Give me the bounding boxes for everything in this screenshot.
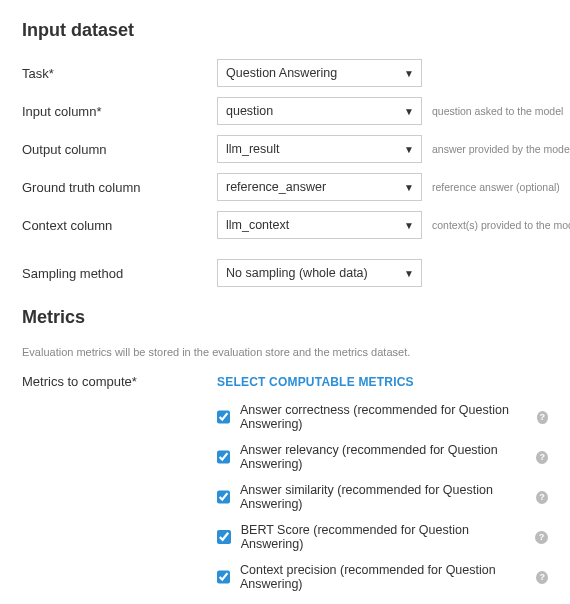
help-icon[interactable]: ?: [536, 451, 548, 464]
metrics-label: Metrics to compute*: [22, 374, 217, 389]
output-column-select[interactable]: llm_result: [217, 135, 422, 163]
context-column-label: Context column: [22, 218, 217, 233]
metric-checkbox[interactable]: [217, 570, 230, 584]
metric-item: Context precision (recommended for Quest…: [217, 563, 548, 591]
task-label: Task*: [22, 66, 217, 81]
sampling-row: Sampling method No sampling (whole data)…: [22, 259, 548, 287]
metrics-subtitle: Evaluation metrics will be stored in the…: [22, 346, 548, 358]
metrics-row: Metrics to compute* SELECT COMPUTABLE ME…: [22, 374, 548, 604]
ground-truth-hint: reference answer (optional): [432, 181, 560, 193]
metric-label: Context precision (recommended for Quest…: [240, 563, 530, 591]
metric-item: Answer correctness (recommended for Ques…: [217, 403, 548, 431]
sampling-label: Sampling method: [22, 266, 217, 281]
output-column-label: Output column: [22, 142, 217, 157]
task-select-wrap: Question Answering ▼: [217, 59, 422, 87]
metric-label: BERT Score (recommended for Question Ans…: [241, 523, 529, 551]
context-column-select-wrap: llm_context ▼: [217, 211, 422, 239]
ground-truth-label: Ground truth column: [22, 180, 217, 195]
context-column-select[interactable]: llm_context: [217, 211, 422, 239]
input-column-row: Input column* question ▼ question asked …: [22, 97, 548, 125]
input-column-select-wrap: question ▼: [217, 97, 422, 125]
context-column-row: Context column llm_context ▼ context(s) …: [22, 211, 548, 239]
ground-truth-row: Ground truth column reference_answer ▼ r…: [22, 173, 548, 201]
metric-item: Answer similarity (recommended for Quest…: [217, 483, 548, 511]
input-column-select[interactable]: question: [217, 97, 422, 125]
metric-label: Answer similarity (recommended for Quest…: [240, 483, 530, 511]
metrics-column: SELECT COMPUTABLE METRICS Answer correct…: [217, 374, 548, 604]
task-select[interactable]: Question Answering: [217, 59, 422, 87]
output-column-select-wrap: llm_result ▼: [217, 135, 422, 163]
metric-label: Answer correctness (recommended for Ques…: [240, 403, 531, 431]
input-dataset-title: Input dataset: [22, 20, 548, 41]
help-icon[interactable]: ?: [536, 491, 548, 504]
select-computable-metrics-link[interactable]: SELECT COMPUTABLE METRICS: [217, 375, 414, 389]
sampling-select-wrap: No sampling (whole data) ▼: [217, 259, 422, 287]
metric-checkbox[interactable]: [217, 410, 230, 424]
help-icon[interactable]: ?: [535, 531, 548, 544]
metric-checkbox[interactable]: [217, 530, 231, 544]
input-column-label: Input column*: [22, 104, 217, 119]
metric-checkbox[interactable]: [217, 490, 230, 504]
ground-truth-select[interactable]: reference_answer: [217, 173, 422, 201]
ground-truth-select-wrap: reference_answer ▼: [217, 173, 422, 201]
sampling-select[interactable]: No sampling (whole data): [217, 259, 422, 287]
metrics-list: Answer correctness (recommended for Ques…: [217, 403, 548, 604]
metric-label: Answer relevancy (recommended for Questi…: [240, 443, 530, 471]
metric-item: BERT Score (recommended for Question Ans…: [217, 523, 548, 551]
help-icon[interactable]: ?: [536, 571, 548, 584]
metric-item: Answer relevancy (recommended for Questi…: [217, 443, 548, 471]
help-icon[interactable]: ?: [537, 411, 548, 424]
output-column-row: Output column llm_result ▼ answer provid…: [22, 135, 548, 163]
output-column-hint: answer provided by the model (optional): [432, 143, 570, 155]
metric-checkbox[interactable]: [217, 450, 230, 464]
metrics-title: Metrics: [22, 307, 548, 328]
task-row: Task* Question Answering ▼: [22, 59, 548, 87]
context-column-hint: context(s) provided to the model (option…: [432, 219, 570, 231]
input-column-hint: question asked to the model: [432, 105, 563, 117]
